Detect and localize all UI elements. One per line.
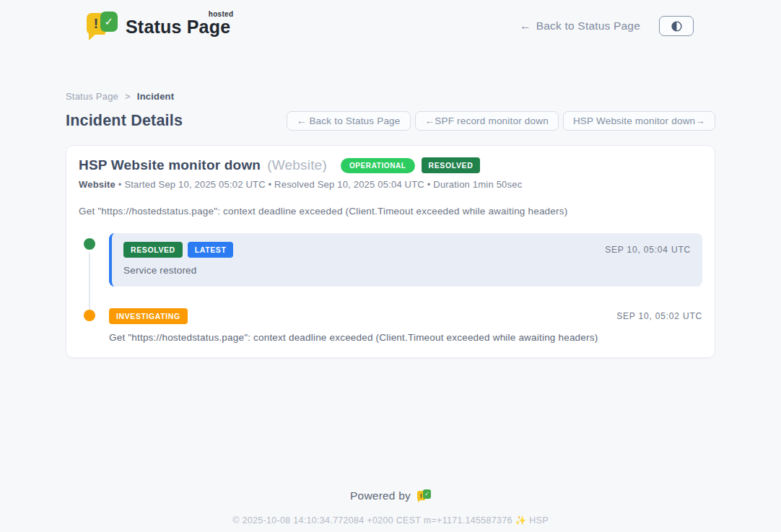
- timeline-connector: [89, 253, 90, 313]
- logo-bubble-icon: ! ✓: [87, 12, 118, 40]
- incident-meta: Website • Started Sep 10, 2025 05:02 UTC…: [79, 179, 702, 190]
- copyright-text: © 2025-10-08 14:10:34.772084 +0200 CEST …: [0, 515, 781, 526]
- timeline-timestamp: SEP 10, 05:04 UTC: [605, 245, 691, 255]
- header: ! ✓ Status Page hosted ← Back to Status …: [0, 0, 781, 40]
- timeline-resolved-badge: RESOLVED: [123, 242, 183, 258]
- timeline-timestamp: SEP 10, 05:02 UTC: [616, 311, 702, 321]
- incident-service-name: Website: [79, 179, 115, 190]
- timeline-message: Service restored: [123, 265, 691, 276]
- check-icon: ✓: [100, 12, 118, 32]
- bubble-tail: [89, 32, 97, 40]
- timeline-entry-investigating: INVESTIGATING SEP 10, 05:02 UTC Get "htt…: [79, 308, 702, 343]
- page-title: Incident Details: [66, 112, 183, 130]
- timeline-entry-resolved: RESOLVED LATEST SEP 10, 05:04 UTC Servic…: [79, 233, 702, 287]
- breadcrumb: Status Page > Incident: [66, 91, 715, 102]
- powered-by-label: Powered by: [350, 489, 411, 502]
- footer: Powered by ! ✓ © 2025-10-08 14:10:34.772…: [0, 489, 781, 532]
- footer-logo-icon: ! ✓: [417, 489, 431, 502]
- orange-dot-icon: [84, 310, 95, 321]
- back-link-label: Back to Status Page: [536, 19, 640, 32]
- arrow-left-icon: ←: [520, 19, 531, 32]
- breadcrumb-incident: Incident: [137, 91, 174, 102]
- theme-toggle-button[interactable]: [659, 16, 694, 36]
- timeline-message: Get "https://hostedstatus.page": context…: [109, 332, 702, 343]
- back-to-status-page-button[interactable]: ← Back to Status Page: [287, 111, 411, 131]
- header-back-link[interactable]: ← Back to Status Page: [520, 19, 640, 32]
- check-icon: ✓: [423, 489, 431, 499]
- incident-nav-buttons: ← Back to Status Page ←SPF record monito…: [287, 111, 715, 131]
- powered-by-link[interactable]: Powered by ! ✓: [350, 489, 431, 502]
- green-dot-icon: [84, 238, 95, 250]
- incident-card: HSP Website monitor down (Website) OPERA…: [66, 145, 715, 358]
- next-incident-button[interactable]: HSP Website monitor down→: [563, 111, 715, 131]
- chevron-right-icon: >: [125, 91, 131, 102]
- bubble-tail: [418, 499, 422, 502]
- operational-badge: OPERATIONAL: [341, 158, 415, 173]
- resolved-badge: RESOLVED: [422, 157, 481, 173]
- incident-title: HSP Website monitor down: [79, 157, 261, 173]
- incident-meta-details: • Started Sep 10, 2025 05:02 UTC • Resol…: [115, 179, 522, 190]
- incident-scope: (Website): [267, 157, 327, 173]
- logo-superscript: hosted: [209, 10, 234, 18]
- timeline-investigating-badge: INVESTIGATING: [109, 308, 188, 324]
- logo-text: Status Page hosted: [126, 17, 230, 38]
- previous-incident-button[interactable]: ←SPF record monitor down: [415, 111, 559, 131]
- contrast-icon: [671, 20, 683, 32]
- breadcrumb-status-page[interactable]: Status Page: [66, 91, 118, 102]
- incident-timeline: RESOLVED LATEST SEP 10, 05:04 UTC Servic…: [79, 233, 702, 343]
- incident-description: Get "https://hostedstatus.page": context…: [79, 206, 702, 217]
- timeline-latest-badge: LATEST: [188, 242, 234, 258]
- app-logo[interactable]: ! ✓ Status Page hosted: [87, 12, 230, 40]
